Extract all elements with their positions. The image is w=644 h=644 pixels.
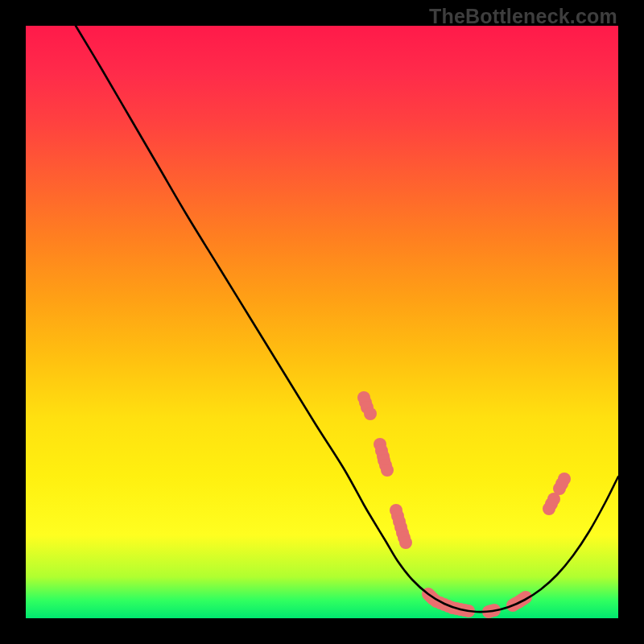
chart-container: TheBottleneck.com	[0, 0, 644, 644]
bottleneck-curve	[76, 26, 618, 612]
data-marker	[399, 536, 412, 549]
data-marker	[558, 473, 571, 485]
watermark-text: TheBottleneck.com	[429, 5, 617, 28]
markers-group	[357, 391, 571, 618]
data-marker	[381, 464, 394, 477]
plot-area	[26, 26, 618, 618]
data-marker	[364, 407, 377, 420]
curve-svg	[26, 26, 618, 618]
